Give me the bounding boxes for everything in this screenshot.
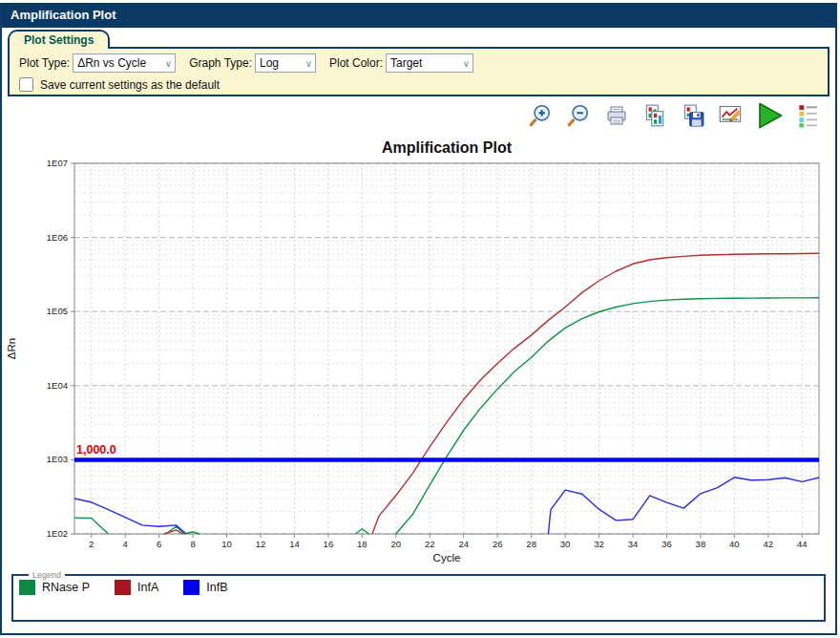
- svg-text:Cycle: Cycle: [433, 552, 461, 564]
- svg-text:1,000.0: 1,000.0: [76, 443, 116, 457]
- legend-list-icon: [795, 103, 820, 131]
- svg-text:20: 20: [391, 539, 402, 549]
- amplification-chart-svg: 2468101214161820222426283032343638404244…: [2, 133, 835, 570]
- svg-text:14: 14: [289, 539, 300, 549]
- printer-icon: [605, 104, 628, 130]
- zoom-in-icon: [528, 103, 553, 131]
- svg-text:44: 44: [797, 539, 808, 549]
- svg-text:1E03: 1E03: [47, 454, 68, 464]
- copy-plot-icon: [642, 103, 667, 131]
- plot-settings-controls: Plot Type: ΔRn vs Cycle ∨ Graph Type: Lo…: [19, 53, 818, 73]
- tab-label: Plot Settings: [24, 33, 94, 47]
- svg-text:22: 22: [425, 539, 435, 549]
- svg-text:18: 18: [357, 539, 368, 549]
- window-title: Amplification Plot: [10, 8, 116, 22]
- plot-type-select[interactable]: ΔRn vs Cycle ∨: [73, 53, 176, 73]
- plot-type-value: ΔRn vs Cycle: [77, 56, 146, 70]
- toolbar-button-print[interactable]: [603, 104, 629, 130]
- toolbar-button-export-chart[interactable]: [718, 104, 744, 130]
- svg-text:Amplification Plot: Amplification Plot: [382, 139, 513, 156]
- toolbar-button-save-plot[interactable]: [680, 104, 705, 130]
- amplification-plot-window: Amplification Plot Plot Settings Plot Ty…: [0, 3, 837, 635]
- plot-content-area: 2468101214161820222426283032343638404244…: [2, 96, 835, 622]
- zoom-out-icon: [566, 103, 591, 131]
- chevron-down-icon: ∨: [165, 58, 172, 69]
- toolbar-button-run-analysis[interactable]: [756, 104, 782, 130]
- svg-text:28: 28: [526, 539, 536, 549]
- window-titlebar: Amplification Plot: [2, 3, 835, 28]
- save-default-row: Save current settings as the default: [19, 77, 818, 92]
- plot-settings-panel: Plot Type: ΔRn vs Cycle ∨ Graph Type: Lo…: [8, 47, 830, 96]
- legend-item: InfA: [115, 580, 158, 595]
- chevron-down-icon: ∨: [463, 58, 470, 69]
- plot-color-value: Target: [390, 56, 422, 70]
- svg-text:32: 32: [594, 539, 604, 549]
- legend-items: RNase PInfAInfB: [19, 580, 818, 595]
- tab-row: Plot Settings: [8, 30, 835, 47]
- graph-type-value: Log: [260, 56, 279, 70]
- svg-text:40: 40: [729, 539, 740, 549]
- toolbar-button-copy-plot[interactable]: [641, 104, 667, 130]
- svg-text:1E06: 1E06: [47, 232, 68, 243]
- svg-text:42: 42: [764, 539, 774, 549]
- legend-box: Legend RNase PInfAInfB: [11, 570, 826, 622]
- legend-swatch: [19, 580, 35, 595]
- svg-text:36: 36: [662, 539, 672, 549]
- svg-text:30: 30: [560, 539, 571, 549]
- tab-plot-settings[interactable]: Plot Settings: [8, 30, 110, 49]
- legend-swatch: [115, 580, 131, 595]
- svg-text:4: 4: [123, 539, 128, 549]
- svg-text:12: 12: [256, 539, 266, 549]
- graph-type-label: Graph Type:: [189, 56, 252, 70]
- svg-text:38: 38: [696, 539, 706, 549]
- plot-toolbar: [2, 96, 835, 131]
- legend-label: InfA: [137, 581, 158, 594]
- svg-text:26: 26: [493, 539, 503, 549]
- svg-text:8: 8: [190, 539, 195, 549]
- plot-type-label: Plot Type:: [19, 56, 70, 70]
- legend-label: InfB: [206, 581, 227, 594]
- svg-text:ΔRn: ΔRn: [6, 338, 17, 359]
- amplification-chart: 2468101214161820222426283032343638404244…: [2, 133, 835, 570]
- plot-color-label: Plot Color:: [329, 56, 383, 70]
- chevron-down-icon: ∨: [305, 58, 312, 69]
- legend-label: RNase P: [42, 581, 90, 594]
- svg-text:2: 2: [89, 539, 94, 549]
- toolbar-button-zoom-out[interactable]: [565, 104, 591, 130]
- green-play-icon: [755, 101, 784, 133]
- toolbar-button-zoom-in[interactable]: [527, 104, 553, 130]
- legend-box-title: Legend: [29, 570, 65, 580]
- toolbar-button-legend-list[interactable]: [794, 104, 820, 130]
- save-default-checkbox[interactable]: [19, 77, 33, 92]
- svg-text:16: 16: [324, 539, 334, 549]
- svg-text:1E04: 1E04: [47, 380, 68, 391]
- legend-item: RNase P: [19, 580, 90, 595]
- legend-swatch: [183, 580, 200, 595]
- graph-type-select[interactable]: Log ∨: [255, 53, 316, 73]
- svg-text:34: 34: [628, 539, 639, 549]
- svg-text:6: 6: [157, 539, 161, 549]
- svg-text:10: 10: [221, 539, 232, 549]
- svg-text:24: 24: [458, 539, 469, 549]
- chart-pencil-icon: [718, 102, 744, 131]
- save-plot-icon: [681, 103, 705, 131]
- svg-text:1E05: 1E05: [47, 306, 68, 316]
- svg-text:1E07: 1E07: [47, 158, 68, 168]
- legend-item: InfB: [183, 580, 227, 595]
- save-default-label: Save current settings as the default: [40, 78, 220, 92]
- plot-color-select[interactable]: Target ∨: [386, 53, 473, 73]
- svg-text:1E02: 1E02: [47, 528, 68, 539]
